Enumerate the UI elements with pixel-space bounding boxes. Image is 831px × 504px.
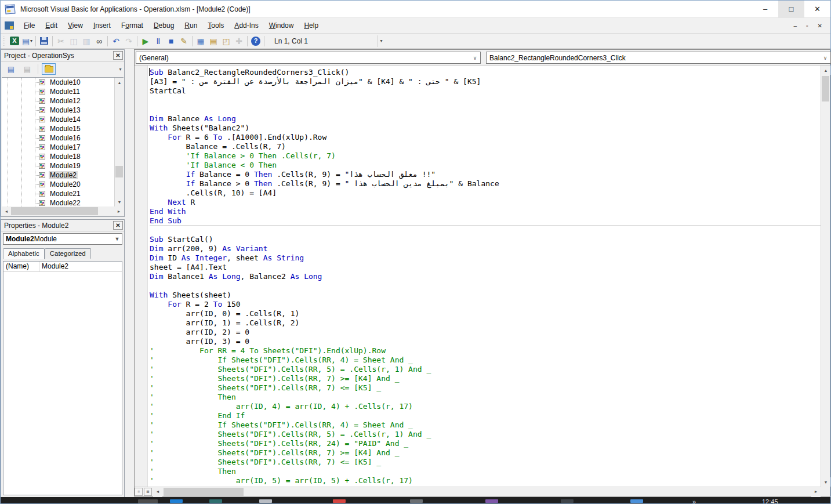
scroll-down-icon[interactable]: ▼	[821, 477, 830, 487]
object-browser-button[interactable]: ◰	[220, 35, 233, 47]
margin-indicator-bar[interactable]	[135, 66, 148, 487]
scroll-left-icon[interactable]: ◄	[153, 487, 162, 496]
tree-item-module16[interactable]: Module16	[2, 133, 124, 143]
tree-item-module21[interactable]: Module21	[2, 189, 124, 198]
project-close-icon[interactable]: ✕	[113, 51, 123, 60]
view-object-button[interactable]: ▤	[20, 63, 34, 75]
taskbar-app-icon[interactable]	[333, 499, 346, 503]
taskbar-app-icon[interactable]	[209, 499, 222, 503]
tree-item-module13[interactable]: Module13	[2, 106, 124, 115]
tab-categorized[interactable]: Categorized	[45, 248, 91, 259]
code-hscrollbar[interactable]: ≡ ≣ ◄ ►	[135, 487, 821, 496]
mdi-restore-icon[interactable]: ▫	[806, 23, 808, 29]
project-tree-hscrollbar[interactable]: ◄ ►	[2, 206, 124, 216]
taskbar-app-icon[interactable]	[561, 499, 574, 503]
tree-item-module19[interactable]: Module19	[2, 161, 124, 171]
taskbar-app-icon[interactable]	[485, 499, 498, 503]
windows-taskbar[interactable]: » 12:45	[1, 497, 830, 503]
menu-format[interactable]: Format	[116, 19, 148, 32]
tree-item-module20[interactable]: Module20	[2, 180, 124, 189]
tree-item-module15[interactable]: Module15	[2, 124, 124, 133]
code-editor[interactable]: Sub Balanc2_RectangleRoundedCorners3_Cli…	[135, 66, 821, 487]
project-panel-titlebar[interactable]: Project - OperationSys ✕	[1, 50, 124, 61]
menu-help[interactable]: Help	[299, 19, 324, 32]
full-module-view-button[interactable]: ≡	[135, 488, 143, 496]
taskbar-app-icon[interactable]	[170, 499, 183, 503]
tab-alphabetic[interactable]: Alphabetic	[3, 248, 45, 259]
object-combobox[interactable]: Module2 Module ▼	[3, 233, 122, 245]
cut-button[interactable]: ✂	[55, 35, 67, 47]
properties-close-icon[interactable]: ✕	[113, 221, 123, 230]
paste-button[interactable]: ▥	[80, 35, 93, 47]
properties-window-button[interactable]: ▤	[207, 35, 220, 47]
maximize-button[interactable]: □	[778, 1, 804, 18]
menu-file[interactable]: File	[19, 19, 40, 32]
mdi-minimize-icon[interactable]: ‒	[794, 23, 797, 29]
scroll-thumb[interactable]	[11, 207, 98, 215]
scroll-thumb[interactable]	[164, 488, 244, 496]
taskbar-app-icon[interactable]	[630, 499, 643, 503]
procedure-view-button[interactable]: ≣	[144, 488, 152, 496]
scroll-right-icon[interactable]: ►	[114, 206, 124, 216]
close-button[interactable]: ✕	[804, 1, 830, 18]
menu-window[interactable]: Window	[264, 19, 299, 32]
tree-item-module10[interactable]: Module10	[2, 78, 124, 87]
tree-item-module2[interactable]: Module2	[2, 171, 124, 180]
tree-item-module12[interactable]: Module12	[2, 96, 124, 106]
toggle-folders-button[interactable]	[42, 63, 56, 75]
menu-run[interactable]: Run	[179, 19, 202, 32]
help-button[interactable]: ?	[249, 35, 262, 47]
find-button[interactable]: ∞	[93, 35, 106, 47]
insert-userform-button[interactable]: ▤▾	[21, 35, 34, 47]
taskbar-app-icon[interactable]	[410, 499, 423, 503]
view-excel-button[interactable]: X	[8, 35, 21, 47]
taskbar-overflow-icon[interactable]: »	[692, 498, 696, 503]
scroll-thumb[interactable]	[115, 166, 123, 177]
save-button[interactable]	[38, 35, 50, 47]
scroll-down-icon[interactable]: ▼	[115, 197, 124, 206]
scroll-right-icon[interactable]: ►	[811, 487, 821, 496]
undo-button[interactable]: ↶	[110, 35, 122, 47]
project-toolbar-options-icon[interactable]: ▾	[117, 67, 124, 72]
break-button[interactable]: Ⅱ	[152, 35, 165, 47]
property-name-value[interactable]: Module2	[39, 262, 122, 271]
scroll-up-icon[interactable]: ▲	[821, 66, 830, 75]
copy-button[interactable]: ◫	[67, 35, 80, 47]
run-button[interactable]: ▶	[139, 35, 152, 47]
menu-insert[interactable]: Insert	[88, 19, 116, 32]
project-tree[interactable]: Module10Module11Module12Module13Module14…	[2, 77, 124, 206]
chevron-down-icon[interactable]: ∨	[470, 55, 480, 61]
object-dropdown[interactable]: (General) ∨	[136, 52, 481, 64]
taskbar-clock[interactable]: 12:45	[762, 498, 778, 503]
tree-item-module22[interactable]: Module22	[2, 198, 124, 206]
reset-button[interactable]: ■	[165, 35, 177, 47]
project-explorer-button[interactable]: ▦	[194, 35, 207, 47]
toolbar-options-button[interactable]: ▾	[378, 35, 384, 47]
mdi-close-icon[interactable]: ✕	[818, 23, 822, 29]
view-code-button[interactable]: ▤	[4, 63, 18, 75]
scroll-up-icon[interactable]: ▲	[115, 78, 124, 87]
procedure-dropdown[interactable]: Balanc2_RectangleRoundedCorners3_Click ∨	[486, 52, 831, 64]
tree-item-module11[interactable]: Module11	[2, 87, 124, 96]
menu-view[interactable]: View	[63, 19, 88, 32]
menu-edit[interactable]: Edit	[40, 19, 63, 32]
chevron-down-icon[interactable]: ▼	[113, 236, 122, 242]
tree-item-module17[interactable]: Module17	[2, 143, 124, 152]
project-tree-vscrollbar[interactable]: ▲ ▼	[114, 78, 124, 206]
menu-tools[interactable]: Tools	[202, 19, 229, 32]
chevron-down-icon[interactable]: ∨	[820, 55, 830, 61]
scroll-thumb[interactable]	[822, 76, 829, 101]
redo-button[interactable]: ↷	[122, 35, 135, 47]
scroll-left-icon[interactable]: ◄	[2, 206, 11, 216]
design-mode-button[interactable]: ✎	[177, 35, 190, 47]
tree-item-module14[interactable]: Module14	[2, 115, 124, 124]
tree-item-module18[interactable]: Module18	[2, 152, 124, 161]
properties-panel-titlebar[interactable]: Properties - Module2 ✕	[1, 220, 124, 231]
minimize-button[interactable]: –	[752, 1, 778, 18]
menu-add-ins[interactable]: Add-Ins	[229, 19, 263, 32]
taskbar-app-icon[interactable]	[138, 499, 158, 503]
taskbar-app-icon[interactable]	[259, 499, 272, 503]
menu-debug[interactable]: Debug	[148, 19, 179, 32]
toolbox-button[interactable]: ✚	[233, 35, 245, 47]
code-vscrollbar[interactable]: ▲ ▼	[821, 66, 830, 487]
